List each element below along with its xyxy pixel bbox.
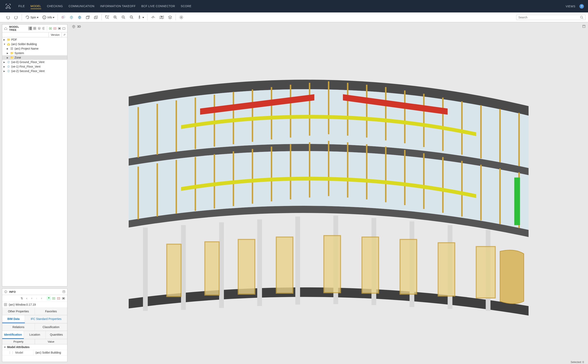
tree-isolate-icon[interactable] — [57, 26, 61, 30]
tree-version-header[interactable]: Version — [49, 32, 62, 37]
tree-link-header[interactable] — [62, 32, 67, 37]
viewport-maximize-icon[interactable] — [582, 25, 586, 28]
nav-next2-icon[interactable]: ▾ — [39, 296, 44, 300]
svg-rect-85 — [257, 220, 262, 306]
info-dropdown[interactable]: Info ▾ — [41, 14, 56, 20]
svg-rect-97 — [362, 237, 379, 293]
svg-rect-82 — [143, 228, 148, 311]
nav-isolate-icon[interactable] — [61, 296, 65, 300]
help-icon[interactable]: ? — [579, 4, 584, 9]
info-icon — [42, 15, 46, 20]
svg-point-9 — [181, 17, 182, 18]
menu-views[interactable]: VIEWS — [566, 4, 575, 9]
cube-wire-button[interactable] — [68, 14, 75, 20]
prop-row-model: ⋮⋮Model (arc) Solibri Building — [2, 350, 67, 355]
map-button[interactable] — [158, 14, 165, 20]
menu-file[interactable]: FILE — [18, 4, 25, 9]
tree-item-ve2[interactable]: ▶(ve-2) Second_Floor_Vent — [2, 69, 67, 73]
nav-prev2-icon[interactable]: ▾ — [30, 296, 34, 300]
viewport-label: 3D — [72, 25, 81, 28]
tab-favorites[interactable]: Favorites — [35, 308, 67, 315]
tab-ifc-std-properties[interactable]: IFC Standard Properties — [25, 315, 67, 323]
tab-other-properties[interactable]: Other Properties — [2, 308, 35, 315]
component-type-icon — [4, 303, 7, 306]
status-selected-count: Selected: 0 — [571, 361, 584, 364]
viewport-3d[interactable]: 3D — [69, 22, 588, 364]
tab-relations[interactable]: Relations — [2, 323, 35, 331]
menu-model[interactable]: MODEL — [31, 4, 41, 9]
tree-item-project-name[interactable]: ▶(arc) Project Name — [2, 46, 67, 51]
svg-rect-32 — [63, 291, 65, 293]
frame-button[interactable] — [92, 14, 99, 20]
tab-quantities[interactable]: Quantities — [46, 331, 67, 339]
zoom-in-button[interactable] — [112, 14, 119, 20]
tree-item-solibri-building[interactable]: ▼(arc) Solibri Building — [2, 42, 67, 46]
tab-identification[interactable]: Identification — [2, 331, 24, 339]
chevron-down-icon: ▾ — [142, 16, 144, 19]
menu-checking[interactable]: CHECKING — [47, 4, 63, 9]
walk-dropdown[interactable]: ▾ — [136, 14, 145, 20]
nav-next-icon[interactable]: › — [34, 296, 39, 300]
search-input[interactable] — [518, 16, 580, 19]
search-icon[interactable] — [580, 16, 583, 19]
layers-button[interactable] — [167, 14, 174, 20]
menu-ito[interactable]: INFORMATION TAKEOFF — [100, 4, 136, 9]
zoom-fit-button[interactable] — [104, 14, 111, 20]
info-panel-icon — [3, 289, 8, 294]
tree-item-ve0[interactable]: ▶(ve-0) Ground_Floor_Vent — [2, 60, 67, 64]
spin-dropdown[interactable]: Spin ▾ — [24, 14, 40, 20]
svg-rect-93 — [205, 242, 219, 295]
redo-button[interactable] — [13, 14, 19, 20]
prop-group-model-attributes[interactable]: ▼Model Attributes — [2, 344, 67, 350]
tree-item-zone[interactable]: ▶📁Zone — [2, 55, 67, 60]
tab-location[interactable]: Location — [24, 331, 45, 339]
model-tree-title: MODEL TREE — [9, 25, 27, 32]
model-tree-icon — [3, 26, 8, 31]
svg-rect-14 — [33, 27, 34, 28]
tree-remove-icon[interactable] — [53, 26, 57, 30]
main-toolbar: Spin ▾ Info ▾ ▾ — [0, 13, 588, 22]
prop-name-model: ⋮⋮Model — [2, 350, 33, 355]
svg-rect-94 — [238, 240, 255, 294]
building-3d-model[interactable] — [100, 63, 557, 330]
svg-rect-36 — [63, 298, 64, 299]
tree-item-system[interactable]: ▶📁System — [2, 51, 67, 55]
tree-federated-icon[interactable] — [42, 26, 46, 30]
tree-item-pdf[interactable]: ▶📁PDF — [2, 37, 67, 42]
svg-rect-83 — [181, 225, 186, 310]
zoom-out-button[interactable] — [120, 14, 127, 20]
tree-transparent-icon[interactable] — [62, 26, 66, 30]
box-button[interactable] — [84, 14, 91, 20]
cube-multi-button[interactable] — [60, 14, 67, 20]
nav-add-icon[interactable] — [52, 296, 56, 300]
vent-icon — [7, 69, 10, 73]
cube-solid-button[interactable] — [76, 14, 83, 20]
menu-communication[interactable]: COMMUNICATION — [69, 4, 95, 9]
tab-bim-data[interactable]: BIM Data — [2, 315, 25, 323]
menubar-items: FILE MODEL CHECKING COMMUNICATION INFORM… — [18, 4, 566, 9]
tree-containment-icon[interactable] — [28, 26, 32, 30]
panel-maximize-icon[interactable] — [62, 290, 66, 294]
nav-updown-icon[interactable]: ⇅ — [20, 296, 24, 300]
zoom-area-button[interactable] — [128, 14, 135, 20]
tree-item-ve1[interactable]: ▶(ve-1) First_Floor_Vent — [2, 64, 67, 69]
tree-layers-icon[interactable] — [37, 26, 41, 30]
svg-point-18 — [44, 27, 44, 28]
menu-bcf[interactable]: BCF LIVE CONNECTOR — [141, 4, 175, 9]
svg-rect-15 — [35, 27, 36, 28]
menu-score[interactable]: SCORE — [181, 4, 191, 9]
tab-classification[interactable]: Classification — [35, 323, 67, 331]
tree-component-icon[interactable] — [33, 26, 37, 30]
svg-rect-96 — [324, 236, 341, 293]
nav-remove-icon[interactable] — [57, 296, 61, 300]
nav-highlight-icon[interactable] — [47, 296, 51, 300]
settings-button[interactable] — [178, 14, 185, 20]
svg-rect-98 — [400, 240, 417, 294]
svg-rect-99 — [438, 243, 455, 296]
grid-button[interactable] — [149, 14, 157, 20]
app-logo — [4, 2, 12, 10]
tree-add-icon[interactable] — [48, 26, 52, 30]
undo-button[interactable] — [5, 14, 12, 20]
nav-prev-icon[interactable]: ‹ — [25, 296, 29, 300]
svg-rect-13 — [30, 29, 32, 30]
